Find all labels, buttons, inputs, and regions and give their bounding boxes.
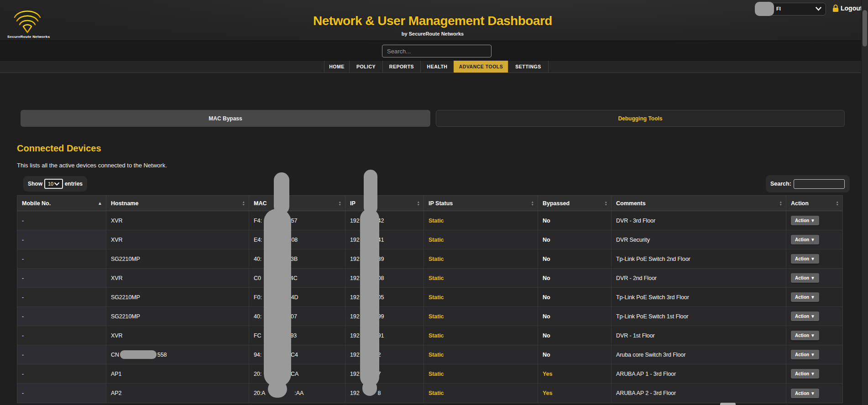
col-header-hostname[interactable]: Hostname▲▼ bbox=[106, 196, 249, 211]
row-action-button[interactable]: Action ▼ bbox=[791, 216, 819, 225]
col-header-mobile-no[interactable]: Mobile No.▲ bbox=[17, 196, 106, 211]
table-row: -AP120:CA1927StaticYesARUBA AP 1 - 3rd F… bbox=[17, 364, 842, 384]
mac-bypass-button[interactable]: MAC Bypass bbox=[21, 110, 430, 127]
bypassed-cell: No bbox=[538, 269, 612, 287]
show-label: Show bbox=[28, 181, 42, 187]
tab-health[interactable]: HEALTH bbox=[420, 61, 454, 73]
col-header-action[interactable]: Action▲▼ bbox=[786, 196, 842, 211]
ip-cell: 19242 bbox=[345, 211, 424, 230]
scrollbar bbox=[861, 0, 868, 405]
bypassed-cell: No bbox=[538, 307, 612, 326]
row-action-button[interactable]: Action ▼ bbox=[791, 369, 819, 379]
mobile-no-cell: - bbox=[17, 269, 106, 287]
scrollbar-thumb[interactable] bbox=[863, 10, 867, 47]
action-cell: Action ▼ bbox=[786, 249, 842, 268]
col-header-mac[interactable]: MAC▲▼ bbox=[249, 196, 345, 211]
global-search-input[interactable] bbox=[382, 45, 492, 57]
table-row: -SG2210MP40:3B19239StaticNoTp-Link PoE S… bbox=[17, 249, 842, 269]
sort-asc-icon: ▲ bbox=[98, 201, 102, 206]
comments-cell: ARUBA AP 2 - 3rd Floor bbox=[612, 384, 786, 403]
debugging-tools-button[interactable]: Debugging Tools bbox=[436, 110, 845, 127]
col-header-label: IP bbox=[350, 200, 356, 207]
hostname-cell: XVR bbox=[106, 211, 249, 230]
ip-cell: 19291 bbox=[345, 326, 424, 345]
bypassed-cell: Yes bbox=[538, 384, 612, 403]
action-cell: Action ▼ bbox=[786, 345, 842, 364]
hostname-cell: SG2210MP bbox=[106, 288, 249, 306]
col-header-comments[interactable]: Comments▲▼ bbox=[612, 196, 786, 211]
ip-cell: 19205 bbox=[345, 288, 424, 306]
ip-status-cell: Static bbox=[424, 288, 538, 306]
search-band bbox=[0, 41, 868, 61]
row-action-button[interactable]: Action ▼ bbox=[791, 235, 819, 244]
table-row: -SG2210MPF0:4D19205StaticNoTp-Link PoE S… bbox=[17, 288, 842, 307]
tab-policy[interactable]: POLICY bbox=[349, 61, 382, 73]
row-action-button[interactable]: Action ▼ bbox=[791, 350, 819, 359]
ip-status-cell: Static bbox=[424, 269, 538, 287]
hostname-cell: XVR bbox=[106, 326, 249, 345]
row-action-button[interactable]: Action ▼ bbox=[791, 331, 819, 340]
row-action-button[interactable]: Action ▼ bbox=[791, 273, 819, 283]
hostname-cell: CN558 bbox=[106, 345, 249, 364]
mobile-no-cell: - bbox=[17, 364, 106, 383]
nav-tabs: HOMEPOLICYREPORTSHEALTHADVANCE TOOLSSETT… bbox=[324, 61, 549, 73]
ip-cell: 1927 bbox=[345, 364, 424, 383]
redaction-blob bbox=[364, 170, 377, 214]
chevron-down-icon bbox=[54, 182, 59, 186]
bypassed-cell: No bbox=[538, 230, 612, 249]
ip-status-cell: Static bbox=[424, 307, 538, 326]
ip-status-cell: Static bbox=[424, 345, 538, 364]
table-row: -XVRE4:0819241StaticNoDVR SecurityAction… bbox=[17, 230, 842, 249]
mobile-no-cell: - bbox=[17, 249, 106, 268]
col-header-label: Action bbox=[791, 200, 809, 207]
col-header-ip-status[interactable]: IP Status▲▼ bbox=[424, 196, 538, 211]
brand-logo[interactable]: SecureRoute Networks bbox=[7, 5, 62, 40]
table-search-input[interactable] bbox=[794, 179, 845, 189]
row-action-button[interactable]: Action ▼ bbox=[791, 254, 819, 264]
row-action-button[interactable]: Action ▼ bbox=[791, 312, 819, 321]
table-row: -XVRC04C19208StaticNoDVR - 2nd FloorActi… bbox=[17, 269, 842, 288]
wifi-logo-icon bbox=[13, 5, 42, 34]
col-header-label: MAC bbox=[254, 200, 267, 207]
action-cell: Action ▼ bbox=[786, 269, 842, 287]
tab-reports[interactable]: REPORTS bbox=[382, 61, 420, 73]
bypassed-cell: No bbox=[538, 249, 612, 268]
sort-icon: ▲▼ bbox=[417, 201, 420, 206]
connected-devices-table: Mobile No.▲Hostname▲▼MAC▲▼IP▲▼IP Status▲… bbox=[17, 195, 843, 403]
table-row: -SG2210MP40:0719299StaticNoTp-Link PoE S… bbox=[17, 307, 842, 326]
user-dropdown-value: FI bbox=[776, 6, 781, 11]
table-search-panel: Search: bbox=[766, 175, 850, 192]
mobile-no-cell: - bbox=[17, 288, 106, 306]
comments-cell: DVR Security bbox=[612, 230, 786, 249]
comments-cell: Tp-Link PoE Switch 1st Floor bbox=[612, 307, 786, 326]
mobile-no-cell: - bbox=[17, 230, 106, 249]
mobile-no-cell: - bbox=[17, 307, 106, 326]
col-header-ip[interactable]: IP▲▼ bbox=[345, 196, 424, 211]
tab-home[interactable]: HOME bbox=[324, 61, 349, 73]
row-action-button[interactable]: Action ▼ bbox=[791, 292, 819, 302]
logout-button[interactable]: Logout bbox=[841, 5, 862, 12]
tab-settings[interactable]: SETTINGS bbox=[508, 61, 549, 73]
app-header: SecureRoute Networks Network & User Mana… bbox=[0, 0, 868, 41]
sort-icon: ▲▼ bbox=[531, 201, 534, 206]
pagination-button-partial[interactable] bbox=[720, 403, 736, 405]
action-cell: Action ▼ bbox=[786, 288, 842, 306]
col-header-label: IP Status bbox=[429, 200, 453, 207]
bypassed-cell: No bbox=[538, 288, 612, 306]
comments-cell: Tp-Link PoE Switch 3rd Floor bbox=[612, 288, 786, 306]
table-row: -CN55894:C41922StaticNoAruba core Switch… bbox=[17, 345, 842, 364]
action-cell: Action ▼ bbox=[786, 364, 842, 383]
col-header-bypassed[interactable]: Bypassed▲▼ bbox=[538, 196, 612, 211]
action-cell: Action ▼ bbox=[786, 326, 842, 345]
comments-cell: ARUBA AP 1 - 3rd Floor bbox=[612, 364, 786, 383]
comments-cell: Aruba core Switch 3rd Floor bbox=[612, 345, 786, 364]
tab-advance-tools[interactable]: ADVANCE TOOLS bbox=[454, 61, 508, 73]
page-subtitle: by SecureRoute Networks bbox=[402, 31, 464, 36]
col-header-label: Mobile No. bbox=[22, 200, 51, 207]
page-title: Network & User Management Dashboard bbox=[313, 14, 552, 28]
ip-cell: 19239 bbox=[345, 249, 424, 268]
ip-status-cell: Static bbox=[424, 364, 538, 383]
row-action-button[interactable]: Action ▼ bbox=[791, 389, 819, 398]
page-size-select[interactable]: 10 bbox=[44, 179, 63, 189]
hostname-cell: AP1 bbox=[106, 364, 249, 383]
